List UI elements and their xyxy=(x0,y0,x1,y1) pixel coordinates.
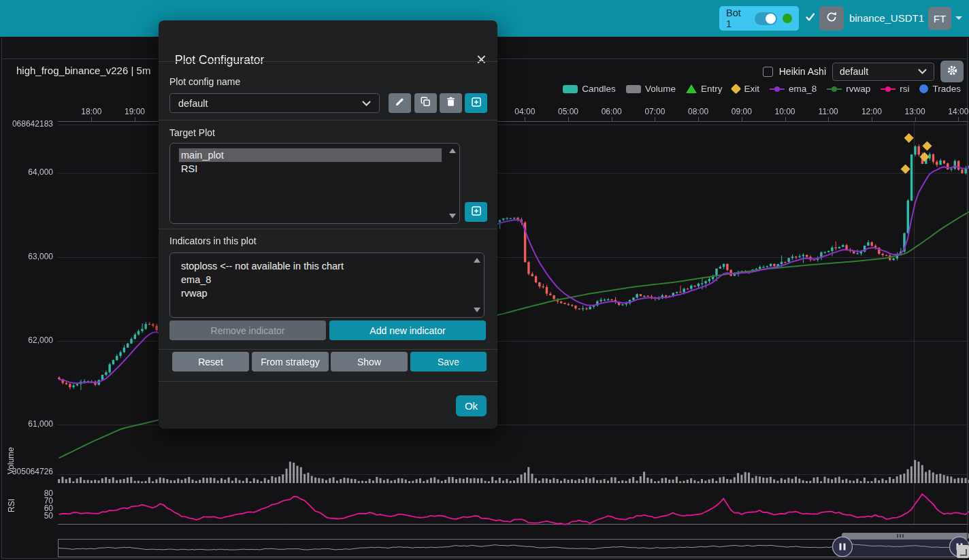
scroll-down-icon[interactable] xyxy=(449,214,456,218)
legend-item-rsi[interactable]: rsi xyxy=(881,84,909,94)
heikin-ashi-checkbox[interactable] xyxy=(763,67,773,77)
indicator-item[interactable]: stoploss <-- not available in this chart xyxy=(179,259,466,273)
chart-title: high_frog_binance_v226 | 5m xyxy=(16,65,150,76)
target-plot-item-rsi[interactable]: RSI xyxy=(179,162,442,176)
legend-label: Entry xyxy=(701,84,723,94)
bot-name-label: Bot 1 xyxy=(726,7,749,29)
bot-pair-label: binance_USDT1 xyxy=(849,12,924,24)
legend-item-volume[interactable]: Volume xyxy=(626,84,676,94)
candles-legend-icon xyxy=(563,85,578,93)
content-frame-bottom xyxy=(1,558,968,559)
indicators-label: Indicators in this plot xyxy=(169,235,257,246)
plot-config-name-value: default xyxy=(178,98,208,109)
dialog-title: Plot Configurator xyxy=(175,53,264,67)
legend-item-rvwap[interactable]: rvwap xyxy=(827,84,870,94)
price-axis-label: 64,000 xyxy=(0,167,53,177)
legend-label: Volume xyxy=(645,84,676,94)
volume-axis-title: Volume xyxy=(6,440,16,481)
indicators-listbox[interactable]: stoploss <-- not available in this chart… xyxy=(169,252,484,318)
bot-status-dot xyxy=(783,14,792,23)
plus-square-icon xyxy=(471,205,482,219)
rsi-axis-title: RSI xyxy=(7,492,16,519)
legend-label: ema_8 xyxy=(789,84,817,94)
scroll-up-icon[interactable] xyxy=(474,258,480,263)
from-strategy-button[interactable]: From strategy xyxy=(252,352,329,372)
legend-item-trades[interactable]: Trades xyxy=(919,84,961,94)
target-plot-item-main_plot[interactable]: main_plot xyxy=(179,148,442,162)
scroll-up-icon[interactable] xyxy=(449,148,456,153)
plus-square-icon xyxy=(471,97,482,110)
legend-label: Candles xyxy=(582,84,616,94)
save-button[interactable]: Save xyxy=(410,352,487,372)
indicator-item[interactable]: rvwap xyxy=(179,286,466,300)
scroll-down-icon[interactable] xyxy=(474,308,480,312)
price-axis-label: 62,000 xyxy=(0,335,53,345)
ok-button[interactable]: Ok xyxy=(456,395,487,416)
indicator-item[interactable]: ema_8 xyxy=(179,273,466,286)
plot-config-name-label: Plot config name xyxy=(169,76,240,87)
copy-icon xyxy=(421,97,431,110)
pencil-icon xyxy=(395,97,405,110)
resize-grip[interactable] xyxy=(957,545,969,558)
time-axis-label: 14:00 xyxy=(943,107,969,116)
time-axis-label: 05:00 xyxy=(553,107,583,116)
target-plot-listbox[interactable]: main_plotRSI xyxy=(169,143,460,224)
time-axis-label: 07:00 xyxy=(640,107,670,116)
time-axis-label: 04:00 xyxy=(510,107,540,116)
legend-item-candles[interactable]: Candles xyxy=(563,84,616,94)
trash-icon xyxy=(446,97,456,110)
plot-configurator-dialog: Plot Configurator × Plot config name def… xyxy=(159,20,497,429)
bot-selector[interactable]: Bot 1 xyxy=(719,6,799,31)
check-icon xyxy=(805,12,816,25)
gear-icon xyxy=(947,65,958,79)
chevron-down-icon[interactable] xyxy=(955,16,962,20)
trades-legend-icon xyxy=(919,84,928,93)
price-axis-label: 068642183 xyxy=(0,119,53,129)
legend-item-exit[interactable]: Exit xyxy=(732,84,759,94)
content-frame-left xyxy=(1,37,2,559)
target-plot-label: Target Plot xyxy=(169,127,215,138)
legend-label: Trades xyxy=(932,84,961,94)
chevron-down-icon xyxy=(918,66,927,77)
duplicate-config-button[interactable] xyxy=(414,93,437,113)
bot-toggle[interactable] xyxy=(755,12,778,25)
time-axis-label: 19:00 xyxy=(120,107,150,116)
legend-label: Exit xyxy=(744,84,759,94)
legend-label: rsi xyxy=(900,84,909,94)
add-config-button[interactable] xyxy=(465,93,487,113)
edit-config-button[interactable] xyxy=(389,93,411,113)
avatar[interactable]: FT xyxy=(928,7,951,30)
legend-item-entry[interactable]: Entry xyxy=(686,84,723,94)
reset-button[interactable]: Reset xyxy=(172,352,249,372)
entry-legend-icon xyxy=(686,84,697,93)
plot-config-select[interactable]: default xyxy=(832,63,934,81)
price-axis-label: 61,000 xyxy=(0,419,53,429)
refresh-button[interactable] xyxy=(819,6,844,31)
time-axis-label: 08:00 xyxy=(683,107,713,116)
time-axis-label: 13:00 xyxy=(900,107,930,116)
delete-config-button[interactable] xyxy=(440,93,462,113)
plot-config-select-value: default xyxy=(840,66,868,77)
heikin-ashi-label: Heikin Ashi xyxy=(779,66,826,77)
add-target-plot-button[interactable] xyxy=(465,202,487,222)
legend-item-ema_8[interactable]: ema_8 xyxy=(770,84,817,94)
time-axis-label: 18:00 xyxy=(76,107,106,116)
ema_8-legend-icon xyxy=(770,85,785,93)
plot-config-name-select[interactable]: default xyxy=(169,93,380,113)
chart-legend: CandlesVolumeEntryExitema_8rvwaprsiTrade… xyxy=(563,84,961,94)
time-axis-label: 12:00 xyxy=(857,107,887,116)
remove-indicator-button[interactable]: Remove indicator xyxy=(169,320,326,340)
time-axis-label: 09:00 xyxy=(727,107,757,116)
show-button[interactable]: Show xyxy=(331,352,408,372)
time-axis-label: 11:00 xyxy=(813,107,843,116)
plot-configurator-button[interactable] xyxy=(940,61,964,82)
add-new-indicator-button[interactable]: Add new indicator xyxy=(329,320,486,340)
chevron-down-icon xyxy=(362,98,371,109)
volume-legend-icon xyxy=(626,85,641,93)
exit-legend-icon xyxy=(731,84,742,95)
refresh-icon xyxy=(825,11,838,26)
legend-label: rvwap xyxy=(846,84,870,94)
time-axis-label: 10:00 xyxy=(770,107,800,116)
close-icon[interactable]: × xyxy=(476,50,487,68)
price-axis-label: 63,000 xyxy=(0,252,53,261)
